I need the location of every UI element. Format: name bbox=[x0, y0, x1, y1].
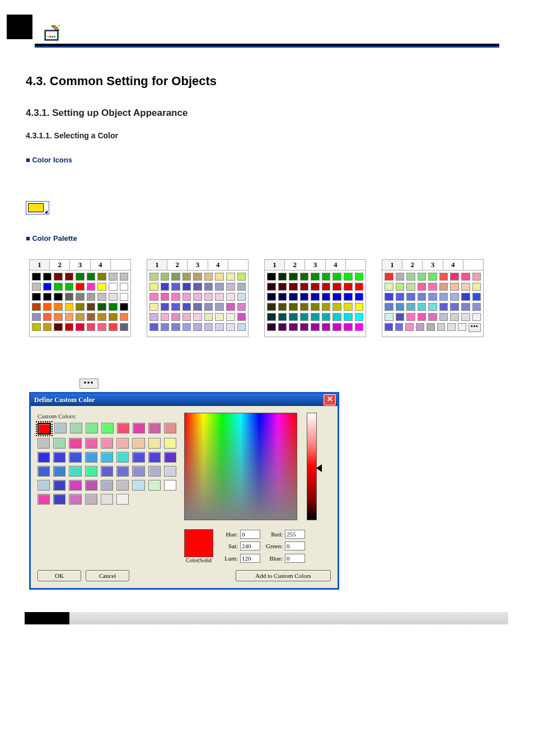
color-swatch[interactable] bbox=[439, 293, 448, 301]
color-picker-icon[interactable] bbox=[26, 201, 49, 214]
color-swatch[interactable] bbox=[109, 323, 118, 331]
more-button-standalone[interactable]: ••• bbox=[79, 379, 99, 389]
color-swatch[interactable] bbox=[332, 293, 341, 301]
color-swatch[interactable] bbox=[461, 303, 470, 311]
color-swatch[interactable] bbox=[76, 273, 85, 281]
color-swatch[interactable] bbox=[87, 273, 96, 281]
color-swatch[interactable] bbox=[171, 283, 180, 291]
color-swatch[interactable] bbox=[385, 273, 394, 281]
color-swatch[interactable] bbox=[54, 303, 63, 311]
custom-color-swatch[interactable] bbox=[101, 452, 113, 463]
color-swatch[interactable] bbox=[54, 293, 63, 301]
color-swatch[interactable] bbox=[87, 323, 96, 331]
color-swatch[interactable] bbox=[311, 283, 320, 291]
color-swatch[interactable] bbox=[120, 313, 129, 321]
color-swatch[interactable] bbox=[226, 293, 235, 301]
color-swatch[interactable] bbox=[171, 273, 180, 281]
color-swatch[interactable] bbox=[171, 313, 180, 321]
color-swatch[interactable] bbox=[311, 303, 320, 311]
custom-color-swatch[interactable] bbox=[85, 494, 97, 505]
custom-color-swatch[interactable] bbox=[132, 466, 144, 477]
custom-color-swatch[interactable] bbox=[38, 494, 50, 505]
color-swatch[interactable] bbox=[215, 313, 224, 321]
color-swatch[interactable] bbox=[311, 313, 320, 321]
color-swatch[interactable] bbox=[332, 283, 341, 291]
color-swatch[interactable] bbox=[344, 293, 353, 301]
custom-color-swatch[interactable] bbox=[164, 452, 176, 463]
color-swatch[interactable] bbox=[427, 323, 435, 331]
color-swatch[interactable] bbox=[278, 303, 287, 311]
color-swatch[interactable] bbox=[385, 303, 394, 311]
color-swatch[interactable] bbox=[439, 283, 448, 291]
color-swatch[interactable] bbox=[54, 323, 63, 331]
custom-color-swatch[interactable] bbox=[101, 466, 113, 477]
color-swatch[interactable] bbox=[267, 273, 276, 281]
custom-color-swatch[interactable] bbox=[53, 494, 65, 505]
color-swatch[interactable] bbox=[182, 323, 191, 331]
color-swatch[interactable] bbox=[322, 323, 331, 331]
palette-tab[interactable]: 3 bbox=[70, 260, 90, 270]
custom-color-swatch[interactable] bbox=[86, 423, 98, 433]
color-swatch[interactable] bbox=[204, 293, 213, 301]
palette-tab[interactable]: 4 bbox=[443, 260, 463, 270]
color-swatch[interactable] bbox=[204, 313, 213, 321]
color-swatch[interactable] bbox=[396, 303, 405, 311]
palette-tab[interactable]: 1 bbox=[265, 260, 285, 270]
color-swatch[interactable] bbox=[405, 323, 414, 331]
color-swatch[interactable] bbox=[396, 313, 405, 321]
color-swatch[interactable] bbox=[120, 293, 129, 301]
custom-color-swatch[interactable] bbox=[116, 480, 129, 491]
color-swatch[interactable] bbox=[428, 273, 437, 281]
color-swatch[interactable] bbox=[182, 293, 191, 301]
custom-color-swatch[interactable] bbox=[116, 452, 129, 463]
custom-color-swatch[interactable] bbox=[53, 466, 65, 477]
palette-tab[interactable]: 4 bbox=[91, 260, 111, 270]
color-swatch[interactable] bbox=[43, 283, 52, 291]
palette-tab[interactable]: 2 bbox=[50, 260, 70, 270]
color-swatch[interactable] bbox=[237, 313, 246, 321]
color-swatch[interactable] bbox=[332, 313, 341, 321]
color-swatch[interactable] bbox=[237, 293, 246, 301]
color-swatch[interactable] bbox=[32, 293, 41, 301]
color-swatch[interactable] bbox=[461, 293, 470, 301]
palette-tab[interactable]: 3 bbox=[423, 260, 443, 270]
custom-color-swatch[interactable] bbox=[69, 480, 81, 491]
color-swatch[interactable] bbox=[300, 283, 309, 291]
custom-color-swatch[interactable] bbox=[38, 480, 50, 491]
color-swatch[interactable] bbox=[406, 273, 415, 281]
color-swatch[interactable] bbox=[267, 303, 276, 311]
color-swatch[interactable] bbox=[226, 323, 235, 331]
custom-color-swatch[interactable] bbox=[133, 423, 145, 433]
color-swatch[interactable] bbox=[300, 293, 309, 301]
color-swatch[interactable] bbox=[406, 293, 415, 301]
hue-input[interactable] bbox=[240, 530, 260, 539]
color-swatch[interactable] bbox=[237, 303, 246, 311]
color-swatch[interactable] bbox=[355, 303, 364, 311]
color-swatch[interactable] bbox=[109, 273, 118, 281]
color-swatch[interactable] bbox=[32, 323, 41, 331]
color-swatch[interactable] bbox=[332, 323, 341, 331]
color-swatch[interactable] bbox=[215, 293, 224, 301]
color-swatch[interactable] bbox=[267, 293, 276, 301]
color-swatch[interactable] bbox=[149, 283, 158, 291]
palette-tab[interactable]: 1 bbox=[147, 260, 167, 270]
custom-color-swatch[interactable] bbox=[69, 494, 81, 505]
custom-color-swatch[interactable] bbox=[101, 494, 113, 505]
color-swatch[interactable] bbox=[278, 273, 287, 281]
color-swatch[interactable] bbox=[65, 293, 74, 301]
color-swatch[interactable] bbox=[149, 313, 158, 321]
color-swatch[interactable] bbox=[278, 293, 287, 301]
color-swatch[interactable] bbox=[472, 273, 481, 281]
custom-color-swatch[interactable] bbox=[148, 466, 161, 477]
color-swatch[interactable] bbox=[332, 273, 341, 281]
color-swatch[interactable] bbox=[355, 313, 364, 321]
color-swatch[interactable] bbox=[171, 323, 180, 331]
color-swatch[interactable] bbox=[161, 273, 170, 281]
color-swatch[interactable] bbox=[418, 303, 427, 311]
custom-color-swatch[interactable] bbox=[85, 438, 97, 449]
color-swatch[interactable] bbox=[322, 283, 331, 291]
color-swatch[interactable] bbox=[43, 313, 52, 321]
color-swatch[interactable] bbox=[182, 273, 191, 281]
color-swatch[interactable] bbox=[171, 303, 180, 311]
color-swatch[interactable] bbox=[300, 303, 309, 311]
